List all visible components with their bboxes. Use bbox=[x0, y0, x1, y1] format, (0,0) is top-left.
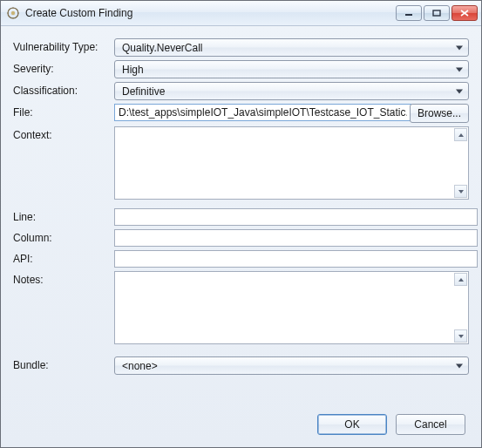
bundle-value: <none> bbox=[122, 360, 158, 372]
svg-point-1 bbox=[11, 11, 15, 15]
dialog-footer: OK Cancel bbox=[13, 405, 469, 438]
api-label: API: bbox=[13, 250, 109, 268]
line-label: Line: bbox=[13, 208, 109, 226]
titlebar: Create Custom Finding bbox=[1, 1, 481, 26]
context-textarea[interactable] bbox=[114, 126, 469, 200]
classification-label: Classification: bbox=[13, 82, 109, 100]
classification-value: Definitive bbox=[122, 85, 165, 98]
close-button[interactable] bbox=[451, 5, 478, 21]
scroll-down-icon[interactable] bbox=[454, 185, 467, 198]
chevron-down-icon bbox=[456, 363, 463, 368]
context-label: Context: bbox=[13, 126, 109, 200]
scroll-up-icon[interactable] bbox=[454, 273, 467, 286]
dialog-window: Create Custom Finding Vulnerability Type… bbox=[0, 0, 482, 448]
classification-combo[interactable]: Definitive bbox=[114, 82, 469, 100]
notes-label: Notes: bbox=[13, 271, 109, 344]
svg-rect-2 bbox=[405, 14, 412, 16]
maximize-button[interactable] bbox=[424, 5, 450, 21]
app-icon bbox=[6, 6, 20, 20]
severity-value: High bbox=[122, 64, 144, 76]
vuln-type-value: Quality.NeverCall bbox=[122, 42, 202, 54]
severity-label: Severity: bbox=[13, 60, 109, 78]
bundle-combo[interactable]: <none> bbox=[114, 356, 469, 375]
line-input[interactable] bbox=[114, 208, 478, 226]
vuln-type-label: Vulnerability Type: bbox=[13, 38, 109, 57]
browse-button[interactable]: Browse... bbox=[410, 104, 469, 123]
close-icon bbox=[460, 10, 469, 17]
notes-textarea[interactable] bbox=[114, 271, 469, 344]
window-title: Create Custom Finding bbox=[25, 7, 396, 19]
chevron-down-icon bbox=[456, 89, 463, 93]
form: Vulnerability Type: Quality.NeverCall Se… bbox=[13, 38, 469, 405]
scroll-down-icon[interactable] bbox=[454, 329, 467, 343]
vuln-type-combo[interactable]: Quality.NeverCall bbox=[114, 38, 469, 57]
column-input[interactable] bbox=[114, 229, 478, 247]
minimize-icon bbox=[404, 10, 413, 17]
svg-rect-3 bbox=[433, 10, 440, 16]
dialog-body: Vulnerability Type: Quality.NeverCall Se… bbox=[1, 26, 481, 447]
maximize-icon bbox=[432, 10, 441, 17]
ok-button[interactable]: OK bbox=[317, 414, 387, 435]
severity-combo[interactable]: High bbox=[114, 60, 469, 78]
cancel-button[interactable]: Cancel bbox=[396, 414, 465, 435]
scroll-up-icon[interactable] bbox=[454, 128, 467, 141]
minimize-button[interactable] bbox=[396, 5, 422, 21]
chevron-down-icon bbox=[456, 67, 463, 71]
bundle-label: Bundle: bbox=[13, 356, 109, 375]
api-input[interactable] bbox=[114, 250, 478, 268]
file-label: File: bbox=[13, 104, 109, 123]
column-label: Column: bbox=[13, 229, 109, 247]
window-controls bbox=[396, 5, 478, 21]
chevron-down-icon bbox=[456, 45, 463, 50]
file-input[interactable] bbox=[114, 104, 411, 121]
